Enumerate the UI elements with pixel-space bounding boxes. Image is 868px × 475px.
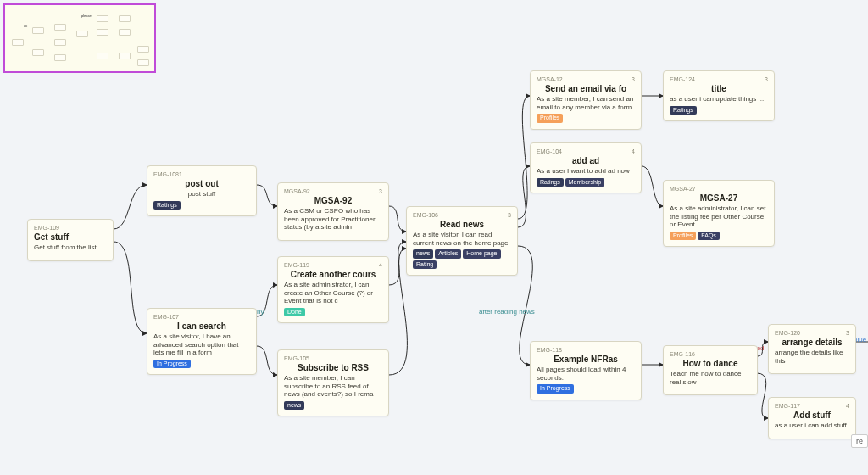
card-title: Example NFRas [537,355,635,364]
card-id: EMG-109 [34,225,59,231]
card-desc: As a site member, I can send an email to… [537,95,635,111]
diagram-canvas[interactable]: ok please tiny after reading [0,0,868,475]
card-id: MGSA-92 [284,188,310,194]
tag-ratings: Ratings [537,178,564,187]
card-desc: post stuff [153,190,250,198]
card-count: 4 [846,403,849,409]
card-desc: As a user I want to add ad now [537,167,635,176]
card-tags: Ratings [153,201,250,210]
edge-label-after: after reading news [479,308,535,316]
card-id: EMG-104 [537,148,562,154]
card-desc: As a site administrator, I can set the l… [670,204,768,229]
card-title: Create another cours [284,270,382,279]
card-title: MGSA-27 [670,193,768,203]
card-title-node[interactable]: EMG-1243 title as a user i can update th… [663,70,775,121]
card-desc: As a CSM or CSPO who has been approved f… [284,207,382,232]
card-count: 4 [379,262,382,268]
card-desc: All pages should load within 4 seconds. [537,366,635,382]
card-title: add ad [537,156,635,165]
mm-label: ok [24,24,27,28]
card-post-out[interactable]: EMG-1081 post out post stuff Ratings [147,165,257,216]
card-count: 4 [632,148,635,154]
card-count: 3 [379,188,382,194]
tag-profiles: Profiles [670,232,696,240]
card-id: EMG-118 [537,347,562,353]
card-id: EMG-124 [670,76,695,82]
card-id: EMG-116 [670,351,695,357]
tag-articles: Articles [435,249,461,258]
card-id: MGSA-12 [537,76,563,82]
tag-news: news [284,401,304,410]
card-id: MGSA-27 [670,186,696,192]
card-id: EMG-106 [413,212,438,218]
card-desc: As a site administrator, I can create an… [284,281,382,305]
tag-profiles: Profiles [537,114,563,122]
card-desc: as a user i can update things ... [670,95,768,103]
card-tags: RatingsMembership [537,178,635,187]
card-count: 3 [765,76,768,82]
card-arrange-details[interactable]: EMG-1203 arrange details arrange the det… [768,324,856,374]
card-tags: Done [284,308,382,316]
card-desc: as a user i can add stuff [775,422,849,430]
card-mgsa-92[interactable]: MGSA-923 MGSA-92 As a CSM or CSPO who ha… [277,182,389,241]
card-tags: Profiles [537,114,635,122]
card-send-email[interactable]: MGSA-123 Send an email via fo As a site … [530,70,642,130]
card-title: post out [153,179,250,188]
card-desc: As a site member, I can subscribe to an … [284,374,382,399]
card-i-can-search[interactable]: EMG-107 I can search As a site visitor, … [147,308,257,375]
card-title: Get stuff [34,232,107,242]
card-title: How to dance [670,359,751,368]
tag-in-progress: In Progress [153,360,191,368]
card-count: 3 [632,76,635,82]
tag-rating: Rating [413,260,437,269]
card-tags: newsArticlesHome pageRating [413,249,511,269]
card-how-to-dance[interactable]: EMG-116 How to dance Teach me how to dan… [663,345,758,395]
card-id: EMG-107 [153,314,179,320]
card-id: EMG-119 [284,262,309,268]
card-desc: Teach me how to dance real slow [670,370,751,386]
tag-news: news [413,249,433,258]
card-id: EMG-120 [775,330,800,336]
card-count: 3 [846,330,849,336]
minimap[interactable]: ok please [3,3,156,73]
tag-done: Done [284,308,305,316]
tag-home-page: Home page [463,249,500,258]
card-add-ad[interactable]: EMG-1044 add ad As a user I want to add … [530,142,642,193]
card-title: Add stuff [775,411,849,420]
card-example-nfras[interactable]: EMG-118 Example NFRas All pages should l… [530,341,642,400]
card-create-course[interactable]: EMG-1194 Create another cours As a site … [277,256,389,323]
card-read-news[interactable]: EMG-1063 Read news As a site visitor, I … [406,206,518,276]
tag-ratings: Ratings [670,106,697,115]
tag-in-progress: In Progress [537,384,574,393]
card-add-stuff[interactable]: EMG-1174 Add stuff as a user i can add s… [768,397,856,439]
card-title: Subscribe to RSS [284,363,382,372]
card-desc: arrange the details like this [775,349,849,365]
card-tags: ProfilesFAQs [670,232,768,240]
card-title: title [670,84,768,93]
card-count: 3 [508,212,511,218]
card-tags: In Progress [153,360,250,368]
tag-ratings: Ratings [153,201,181,210]
card-title: arrange details [775,338,849,347]
card-id: EMG-117 [775,403,800,409]
card-tags: Ratings [670,106,768,115]
card-title: Send an email via fo [537,84,635,93]
card-title: Read news [413,220,511,229]
card-desc: As a site visitor, I can read current ne… [413,231,511,247]
tooltip-fragment: re [851,434,868,448]
card-tags: In Progress [537,384,635,393]
card-get-stuff[interactable]: EMG-109 Get stuff Get stuff from the lis… [27,219,114,261]
tag-faqs: FAQs [698,232,720,240]
card-subscribe-rss[interactable]: EMG-105 Subscribe to RSS As a site membe… [277,349,389,416]
card-tags: news [284,401,382,410]
card-desc: As a site visitor, I have an advanced se… [153,332,250,357]
card-title: MGSA-92 [284,196,382,205]
card-desc: Get stuff from the list [34,243,107,252]
card-mgsa-27[interactable]: MGSA-27 MGSA-27 As a site administrator,… [663,180,775,247]
tag-membership: Membership [565,178,605,187]
card-title: I can search [153,321,250,331]
minimap-inner: ok please [5,5,154,71]
card-id: EMG-1081 [153,171,182,177]
mm-label: please [81,14,92,18]
card-id: EMG-105 [284,355,309,361]
